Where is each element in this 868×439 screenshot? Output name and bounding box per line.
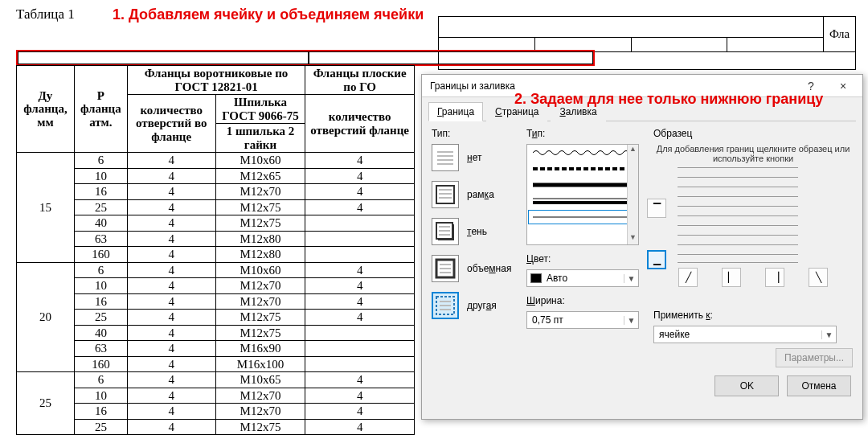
svg-rect-0 [437,151,453,153]
preset-3d[interactable]: объемная [432,255,520,282]
main-table[interactable]: Ду фланца, мм Р фланца атм. Фланцы ворот… [16,65,415,435]
table-row: 254М12х754 [17,419,415,435]
highlighted-merged-row [16,50,595,66]
preset-shadow[interactable]: тень [432,218,520,245]
color-label: Цвет: [526,253,647,265]
border-right-button[interactable]: ▕ [765,268,784,287]
border-left-button[interactable]: ▏ [722,268,741,287]
table-row: Ду фланца, мм Р фланца атм. Фланцы ворот… [17,66,415,95]
list-scrollbar[interactable]: ▲▼ [627,145,638,244]
svg-rect-2 [437,159,453,161]
table-row: 404М12х75 [17,215,415,232]
col-du: Ду фланца, мм [17,66,75,153]
table-row: 254М12х754 [17,199,415,215]
annotation-1: 1. Добавляем ячейку и объединяем ячейки [113,6,424,23]
col-holes2: количество отверстий фланце [305,95,415,153]
svg-rect-11 [439,226,450,228]
table-row: 634М12х80 [17,231,415,247]
table-row: 2064М10х604 [17,262,415,278]
apply-combo[interactable]: ячейке▼ [653,326,837,343]
table-row: 104М12х654 [17,168,415,184]
svg-rect-15 [440,264,451,265]
preset-none[interactable]: нет [432,144,520,171]
table-caption: Таблица 1 [16,6,75,22]
col-holes: количество отверстий во фланце [127,95,215,153]
ok-button[interactable]: OK [714,375,779,396]
color-combo[interactable]: Авто▼ [526,269,639,287]
table-row: 104М12х704 [17,278,415,294]
border-diag2-button[interactable]: ╲ [809,268,828,287]
border-top-button[interactable]: ▔ [647,199,666,218]
close-button[interactable]: × [827,80,859,92]
table-row: 254М12х754 [17,310,415,326]
svg-rect-1 [437,155,453,157]
table-row: 1564М10х604 [17,153,415,169]
preset-box[interactable]: рамка [432,181,520,208]
tab-border[interactable]: Граница [428,102,483,121]
table-row: 1604М16х100 [17,356,415,372]
col-group1: Фланцы воротниковые по ГОСТ 12821-01 [127,66,305,95]
svg-rect-6 [439,193,452,195]
borders-fill-dialog: Границы и заливка ? × Граница Страница З… [421,74,863,420]
svg-rect-5 [439,189,452,191]
col-stud-sub: 1 шпилька 2 гайки [215,124,305,153]
line-style-item [527,177,638,193]
line-style-item [527,161,638,177]
table-row: 104М12х704 [17,388,415,404]
preset-custom[interactable]: другая [432,292,520,319]
table-row: 1604М12х80 [17,247,415,263]
params-button: Параметры... [776,348,853,367]
svg-rect-13 [439,234,450,236]
svg-rect-12 [439,230,450,232]
svg-rect-9 [438,239,454,240]
preset-type-label: Тип: [432,128,520,139]
svg-rect-3 [437,163,453,165]
sample-preview-area: ▔ ▁ ╱ ▏ ▕ ╲ [673,166,833,303]
width-label: Ширина: [526,295,647,306]
svg-rect-10 [452,224,454,240]
sample-label: Образец [653,128,853,139]
svg-rect-16 [440,268,451,269]
border-diag1-button[interactable]: ╱ [678,268,698,287]
table-row: 164М12х704 [17,293,415,310]
line-style-list[interactable]: ▲▼ [526,144,639,245]
svg-rect-21 [440,309,451,310]
svg-rect-7 [439,197,452,199]
dialog-title: Границы и заливка [430,80,795,92]
line-style-item [527,145,638,161]
width-combo[interactable]: 0,75 пт▼ [526,311,639,329]
line-style-item-selected [527,209,638,225]
border-bottom-button[interactable]: ▁ [647,250,666,269]
preview-cell[interactable] [678,166,798,263]
col-group2: Фланцы плоские по ГО [305,66,415,95]
line-style-item [527,193,638,209]
table-row: 164М12х704 [17,404,415,420]
svg-rect-19 [440,301,451,302]
annotation-2: 2. Задаем для нее только нижнюю границу [514,91,823,108]
col-p: Р фланца атм. [74,66,127,153]
sample-hint: Для добавления границ щелкните образец и… [653,144,853,163]
cancel-button[interactable]: Отмена [787,375,851,396]
table-row: 404М12х75 [17,325,415,341]
svg-rect-20 [440,305,451,306]
table-row: 2564М10х654 [17,372,415,388]
svg-rect-17 [440,272,451,273]
table-row: 634М16х90 [17,341,415,357]
line-type-label: Тип: [526,128,647,139]
col-stud: Шпилька ГОСТ 9066-75 [215,95,305,124]
table-row: 164М12х704 [17,184,415,200]
apply-label: Применить к: [653,310,853,321]
